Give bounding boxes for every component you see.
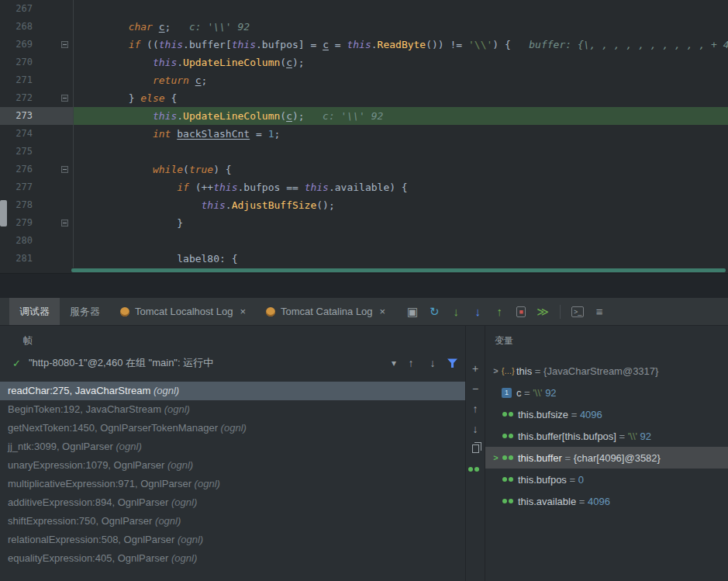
frame-row[interactable]: shiftExpression:750, OgnlParser (ognl) (0, 512, 465, 531)
primitive-icon: 1 (502, 388, 512, 398)
gutter (39, 36, 74, 54)
code-line-273: 273 this.UpdateLineColumn(c); c: '\\' 92 (0, 107, 728, 125)
line-number[interactable]: 272 (0, 89, 39, 107)
thread-selector[interactable]: ✓ "http-8080-1"@2,460 在组 "main": 运行中 ▾ ↑… (0, 349, 465, 377)
variable-row[interactable]: >this.buffer = {char[4096]@3582} (485, 447, 728, 469)
fold-marker-icon[interactable] (61, 220, 68, 227)
chevron-down-icon[interactable]: ▾ (392, 358, 396, 368)
variable-row[interactable]: 1c = '\\' 92 (485, 382, 728, 403)
frame-row[interactable]: multiplicativeExpression:971, OgnlParser… (0, 475, 465, 493)
code-text[interactable]: } else { (74, 89, 728, 107)
close-tab-icon[interactable]: × (240, 306, 246, 317)
filter-icon[interactable] (447, 358, 457, 368)
code-text[interactable] (74, 143, 728, 161)
gutter (39, 250, 74, 268)
expand-chevron-icon[interactable]: > (490, 453, 502, 462)
line-number[interactable]: 274 (0, 125, 39, 143)
expand-chevron-icon[interactable]: > (490, 366, 502, 375)
watch-icon (502, 476, 514, 483)
code-text[interactable]: this.UpdateLineColumn(c); (74, 54, 728, 71)
stop-icon[interactable]: ■ (512, 303, 530, 320)
code-editor: 267268 char c; c: '\\' 92269 if ((this.b… (0, 0, 728, 273)
frame-row[interactable]: relationalExpression:508, OgnlParser (og… (0, 531, 465, 549)
code-text[interactable]: if (++this.bufpos == this.available) { (74, 178, 728, 196)
tab-label: 调试器 (19, 305, 50, 319)
code-text[interactable]: while(true) { (74, 161, 728, 178)
rollback-icon[interactable]: ↑ (490, 303, 509, 320)
duplicate-watch-button[interactable] (468, 442, 483, 455)
gutter (39, 143, 74, 161)
code-text[interactable]: char c; c: '\\' 92 (74, 18, 728, 36)
fold-marker-icon[interactable] (61, 95, 68, 102)
tab-services[interactable]: 服务器 (60, 298, 110, 325)
open-in-tool-window-icon[interactable]: ▣ (403, 303, 422, 320)
variable-row[interactable]: this.bufpos = 0 (485, 469, 728, 490)
layout-settings-icon[interactable]: ≡ (590, 303, 609, 320)
line-number[interactable]: 267 (0, 0, 39, 18)
frame-row[interactable]: getNextToken:1450, OgnlParserTokenManage… (0, 419, 465, 437)
variable-text: this.buffer = {char[4096]@3582} (518, 452, 661, 464)
variable-row[interactable]: this.buffer[this.bufpos] = '\\' 92 (485, 425, 728, 447)
variable-row[interactable]: this.available = 4096 (485, 490, 728, 512)
code-text[interactable]: } (74, 214, 728, 232)
code-text[interactable]: int backSlashCnt = 1; (74, 125, 728, 143)
variable-row[interactable]: this.bufsize = 4096 (485, 403, 728, 425)
line-number[interactable]: 271 (0, 71, 39, 89)
debug-tool-window: 调试器 服务器 Tomcat Localhost Log × Tomcat Ca… (0, 298, 728, 581)
tool-window-tabbar: 调试器 服务器 Tomcat Localhost Log × Tomcat Ca… (0, 298, 728, 326)
watch-icon (502, 497, 514, 505)
line-number[interactable]: 281 (0, 250, 39, 268)
code-text[interactable] (74, 232, 728, 250)
move-watch-up-button[interactable]: ↑ (468, 402, 483, 415)
gutter (39, 196, 74, 214)
code-text[interactable] (74, 0, 728, 18)
resume-icon[interactable]: ≫ (533, 303, 552, 320)
code-text[interactable]: this.UpdateLineColumn(c); c: '\\' 92 (74, 107, 728, 125)
variable-text: this.bufsize = 4096 (518, 409, 602, 420)
code-text[interactable]: if ((this.buffer[this.bufpos] = c = this… (74, 36, 728, 54)
frame-row[interactable]: readChar:275, JavaCharStream (ognl) (0, 382, 465, 400)
frame-row[interactable]: BeginToken:192, JavaCharStream (ognl) (0, 400, 465, 419)
line-number[interactable]: 280 (0, 232, 39, 250)
tab-tomcat-catalina-log[interactable]: Tomcat Catalina Log × (256, 298, 395, 325)
next-frame-button[interactable]: ↓ (426, 357, 440, 369)
line-number[interactable]: 276 (0, 161, 39, 178)
line-number[interactable]: 275 (0, 143, 39, 161)
move-watch-down-button[interactable]: ↓ (468, 422, 483, 435)
line-number[interactable]: 270 (0, 54, 39, 71)
code-text[interactable]: return c; (74, 71, 728, 89)
object-icon: {…} (502, 367, 516, 375)
line-number[interactable]: 269 (0, 36, 39, 54)
frame-row[interactable]: equalityExpression:405, OgnlParser (ognl… (0, 549, 465, 568)
frame-row[interactable]: jj_ntk:3099, OgnlParser (ognl) (0, 437, 465, 456)
update-application-icon[interactable]: ↓ (447, 303, 465, 320)
rerun-icon[interactable]: ↻ (425, 303, 443, 320)
add-watch-button[interactable]: + (468, 361, 483, 375)
tab-debugger[interactable]: 调试器 (9, 298, 60, 325)
code-line-267: 267 (0, 0, 728, 18)
line-number[interactable]: 277 (0, 178, 39, 196)
previous-frame-button[interactable]: ↑ (404, 357, 418, 369)
deploy-icon[interactable]: ↓ (468, 303, 487, 320)
frame-row[interactable]: unaryExpression:1079, OgnlParser (ognl) (0, 456, 465, 475)
tomcat-icon (266, 307, 275, 316)
show-watches-button[interactable] (468, 462, 483, 476)
editor-horizontal-scrollbar[interactable] (71, 268, 726, 272)
line-number[interactable]: 273 (0, 107, 39, 125)
code-text[interactable]: this.AdjustBuffSize(); (74, 196, 728, 214)
code-text[interactable]: label80: { (74, 250, 728, 268)
variable-row[interactable]: >{…}this = {JavaCharStream@3317} (485, 360, 728, 382)
debug-content: 帧 ✓ "http-8080-1"@2,460 在组 "main": 运行中 ▾… (0, 326, 728, 581)
tab-label: Tomcat Catalina Log (281, 306, 373, 317)
close-tab-icon[interactable]: × (380, 306, 386, 317)
line-number[interactable]: 268 (0, 18, 39, 36)
fold-marker-icon[interactable] (61, 166, 68, 173)
tab-tomcat-localhost-log[interactable]: Tomcat Localhost Log × (110, 298, 256, 325)
frame-row[interactable]: additiveExpression:894, OgnlParser (ognl… (0, 493, 465, 512)
remove-watch-button[interactable]: − (468, 382, 483, 395)
terminal-icon[interactable]: >_ (568, 303, 587, 320)
frames-panel-title: 帧 (0, 326, 465, 349)
code-line-281: 281 label80: { (0, 250, 728, 268)
fold-marker-icon[interactable] (61, 41, 68, 48)
debug-toolbar: ▣↻↓↓↑■≫>_≡ (395, 298, 609, 325)
